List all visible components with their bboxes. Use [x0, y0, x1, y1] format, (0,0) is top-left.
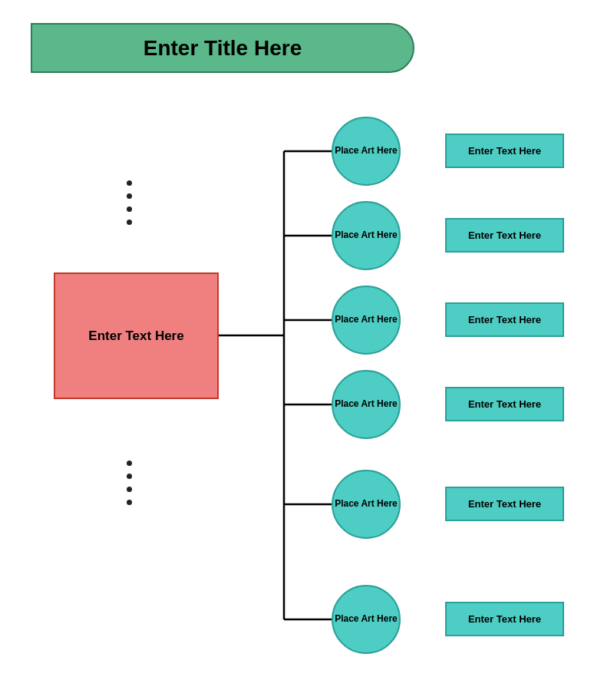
- rect-text-5: Enter Text Here: [468, 498, 541, 510]
- circle-row-5[interactable]: Place Art Here: [332, 470, 401, 539]
- rect-text-3: Enter Text Here: [468, 314, 541, 325]
- center-box-text: Enter Text Here: [88, 329, 183, 344]
- rect-row-6[interactable]: Enter Text Here: [445, 602, 564, 636]
- dot-6: [127, 474, 132, 479]
- circle-row-3[interactable]: Place Art Here: [332, 286, 401, 355]
- dot-7: [127, 487, 132, 492]
- rect-row-4[interactable]: Enter Text Here: [445, 387, 564, 421]
- dot-3: [127, 206, 132, 212]
- circle-row-1[interactable]: Place Art Here: [332, 117, 401, 186]
- circle-text-6: Place Art Here: [335, 613, 398, 626]
- circle-row-4[interactable]: Place Art Here: [332, 370, 401, 439]
- circle-text-5: Place Art Here: [335, 498, 398, 510]
- rect-row-1[interactable]: Enter Text Here: [445, 134, 564, 168]
- rect-row-5[interactable]: Enter Text Here: [445, 487, 564, 521]
- title-box: Enter Title Here: [31, 23, 414, 73]
- rect-text-4: Enter Text Here: [468, 398, 541, 410]
- dots-below: [127, 461, 132, 505]
- circle-row-6[interactable]: Place Art Here: [332, 585, 401, 654]
- rect-text-1: Enter Text Here: [468, 145, 541, 157]
- dot-1: [127, 180, 132, 186]
- circle-text-1: Place Art Here: [335, 145, 398, 157]
- dot-4: [127, 220, 132, 225]
- circle-text-2: Place Art Here: [335, 229, 398, 242]
- circle-text-4: Place Art Here: [335, 398, 398, 411]
- dot-8: [127, 500, 132, 505]
- rect-row-2[interactable]: Enter Text Here: [445, 218, 564, 253]
- center-box[interactable]: Enter Text Here: [54, 272, 219, 399]
- title-text: Enter Title Here: [144, 36, 302, 61]
- rect-row-3[interactable]: Enter Text Here: [445, 302, 564, 337]
- circle-text-3: Place Art Here: [335, 314, 398, 326]
- dot-2: [127, 193, 132, 199]
- rect-text-2: Enter Text Here: [468, 229, 541, 241]
- dot-5: [127, 461, 132, 466]
- circle-row-2[interactable]: Place Art Here: [332, 201, 401, 270]
- dots-above: [127, 180, 132, 225]
- rect-text-6: Enter Text Here: [468, 613, 541, 625]
- diagram-container: Enter Title Here Enter Text Here: [0, 0, 614, 700]
